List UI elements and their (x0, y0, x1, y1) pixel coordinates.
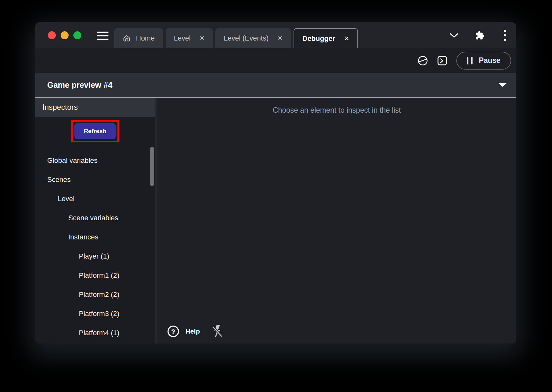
tab-home[interactable]: Home (114, 28, 163, 48)
refresh-zone: Refresh (35, 117, 155, 151)
preview-title: Game preview #4 (47, 80, 498, 90)
home-icon (123, 34, 131, 42)
svg-text:?: ? (171, 328, 175, 335)
close-icon[interactable]: ✕ (344, 35, 349, 41)
tab-level-label: Level (174, 34, 191, 42)
tree-item-global-variables[interactable]: Global variables (35, 151, 155, 170)
preview-selector[interactable]: Game preview #4 (35, 73, 516, 98)
close-icon[interactable]: ✕ (199, 35, 205, 41)
desktop-background: Home Level ✕ Level (Events) ✕ Debugger ✕ (0, 0, 552, 392)
inspector-panel: Choose an element to inspect in the list… (157, 98, 516, 343)
flash-off-icon[interactable] (212, 324, 223, 338)
extensions-puzzle-icon[interactable] (475, 31, 485, 40)
sidebar-scrollbar[interactable] (150, 147, 154, 186)
console-icon[interactable] (437, 56, 447, 66)
tree-item-scenes[interactable]: Scenes (35, 170, 155, 189)
help-icon[interactable]: ? (167, 325, 180, 338)
tab-debugger[interactable]: Debugger ✕ (294, 28, 358, 48)
tree-item-platform1[interactable]: Platform1 (2) (35, 266, 155, 285)
pause-button[interactable]: Pause (456, 52, 511, 70)
tree-item-scene-variables[interactable]: Scene variables (35, 208, 155, 228)
sidebar-header-title: Inspectors (42, 103, 78, 112)
close-window-button[interactable] (48, 31, 56, 39)
debugger-toolbar: Pause (35, 48, 516, 73)
minimize-window-button[interactable] (61, 31, 69, 39)
tree-item-platform2[interactable]: Platform2 (2) (35, 285, 155, 304)
empty-state-message: Choose an element to inspect in the list (157, 106, 516, 115)
tree-item-instances[interactable]: Instances (35, 228, 155, 247)
tab-home-label: Home (136, 34, 155, 42)
help-label[interactable]: Help (185, 328, 200, 335)
chevron-down-icon[interactable] (450, 33, 459, 38)
tree-item-platform4[interactable]: Platform4 (1) (35, 323, 155, 343)
pause-bars-icon (467, 57, 473, 64)
hamburger-menu-icon[interactable] (97, 32, 108, 40)
profiler-gauge-icon[interactable] (417, 55, 428, 66)
tree-item-player[interactable]: Player (1) (35, 247, 155, 266)
tab-level[interactable]: Level ✕ (166, 28, 213, 48)
maximize-window-button[interactable] (73, 31, 81, 39)
refresh-button-highlight: Refresh (71, 120, 119, 142)
kebab-menu-icon[interactable] (503, 30, 507, 41)
inspector-tree: Global variables Scenes Level Scene vari… (35, 151, 155, 343)
window-controls (48, 22, 81, 48)
help-row: ? Help (167, 324, 223, 338)
window-titlebar: Home Level ✕ Level (Events) ✕ Debugger ✕ (35, 22, 516, 48)
sidebar-header: Inspectors (35, 98, 155, 117)
tab-debugger-label: Debugger (302, 34, 335, 43)
tree-item-level[interactable]: Level (35, 189, 155, 208)
titlebar-actions (450, 22, 507, 48)
close-icon[interactable]: ✕ (278, 35, 283, 41)
inspector-sidebar: Inspectors Refresh Global variables Scen… (35, 98, 155, 343)
refresh-button[interactable]: Refresh (74, 123, 116, 139)
dropdown-triangle-icon[interactable] (498, 83, 507, 87)
tab-level-events[interactable]: Level (Events) ✕ (215, 28, 291, 48)
app-window: Home Level ✕ Level (Events) ✕ Debugger ✕ (35, 22, 516, 343)
pause-button-label: Pause (479, 56, 501, 65)
tab-bar: Home Level ✕ Level (Events) ✕ Debugger ✕ (114, 28, 358, 48)
debugger-content: Inspectors Refresh Global variables Scen… (35, 98, 516, 343)
tab-level-events-label: Level (Events) (224, 34, 269, 42)
tree-item-platform3[interactable]: Platform3 (2) (35, 304, 155, 323)
